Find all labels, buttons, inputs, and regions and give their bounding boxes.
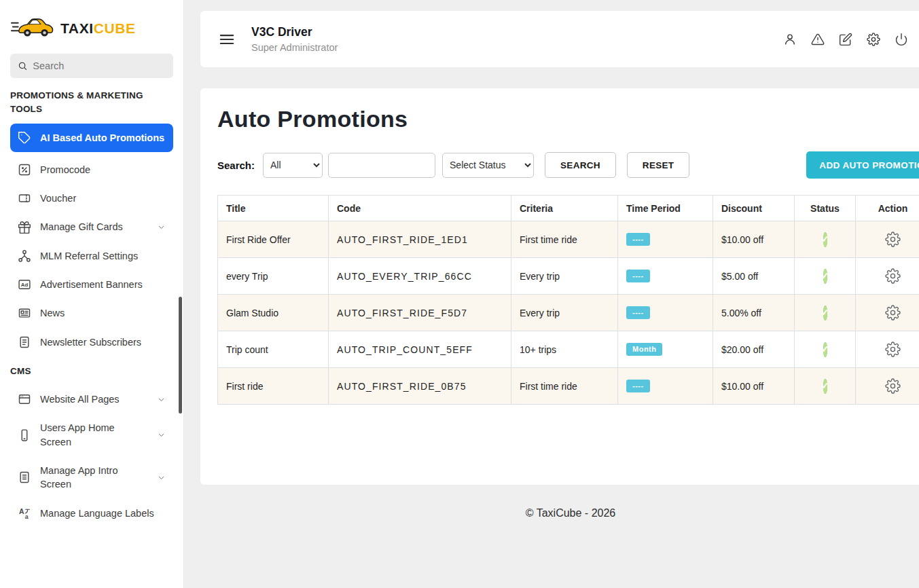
sidebar-item-promocode[interactable]: Promocode — [10, 155, 173, 184]
sidebar-item-label: Website All Pages — [40, 392, 148, 406]
section-title-promotions: PROMOTIONS & MARKETING TOOLS — [10, 89, 173, 117]
account-title: V3C Driver — [251, 25, 338, 39]
brand-logo[interactable]: TAXICUBE — [10, 12, 173, 54]
sidebar-item-voucher[interactable]: Voucher — [10, 184, 173, 213]
promocode-icon — [18, 163, 31, 177]
status-active-icon[interactable] — [823, 379, 827, 394]
smartphone-icon — [18, 428, 31, 442]
sidebar-item-ad-banners[interactable]: Ad Advertisement Banners — [10, 270, 173, 299]
sidebar-search-input[interactable] — [33, 60, 166, 71]
chevron-down-icon — [157, 473, 166, 482]
menu-icon[interactable] — [218, 31, 236, 48]
form-edit-icon[interactable] — [839, 33, 852, 46]
sidebar-item-newsletter[interactable]: Newsletter Subscribers — [10, 328, 173, 356]
sidebar-item-label: News — [40, 306, 166, 320]
cell-time-period: ---- — [618, 368, 713, 405]
time-period-badge: Month — [626, 343, 662, 356]
row-settings-gear-icon[interactable] — [864, 232, 919, 247]
filter-type-select[interactable]: All — [263, 153, 323, 178]
search-icon — [18, 60, 27, 71]
footer-copyright: © TaxiCube - 2026 — [200, 507, 919, 519]
col-header-time-period: Time Period — [618, 196, 713, 221]
search-button[interactable]: SEARCH — [545, 152, 616, 178]
sidebar-item-label: Manage Gift Cards — [40, 220, 148, 234]
promotions-table: Title Code Criteria Time Period Discount… — [217, 195, 919, 405]
row-settings-gear-icon[interactable] — [864, 268, 919, 284]
table-row: every Trip AUTO_EVERY_TRIP_66CC Every tr… — [218, 258, 919, 295]
chevron-down-icon — [157, 223, 166, 232]
sidebar-item-language-labels[interactable]: Aa Manage Language Labels — [10, 499, 173, 528]
sidebar-item-website-pages[interactable]: Website All Pages — [10, 385, 173, 414]
col-header-code: Code — [329, 196, 511, 221]
cell-criteria: Every trip — [511, 295, 618, 331]
alerts-icon[interactable] — [811, 33, 825, 46]
status-active-icon[interactable] — [823, 306, 827, 320]
sidebar-search[interactable] — [10, 54, 173, 78]
taxi-car-icon — [10, 12, 58, 44]
cell-action — [856, 331, 919, 368]
table-row: Trip count AUTO_TRIP_COUNT_5EFF 10+ trip… — [218, 331, 919, 368]
cell-status — [795, 295, 856, 331]
brand-name: TAXICUBE — [60, 20, 136, 37]
voucher-icon — [18, 191, 31, 205]
col-header-discount: Discount — [713, 196, 795, 221]
svg-text:Ad: Ad — [21, 282, 29, 288]
cell-time-period: ---- — [618, 295, 713, 331]
cell-action — [856, 221, 919, 258]
cell-criteria: First time ride — [511, 368, 618, 405]
cell-time-period: ---- — [618, 258, 713, 295]
cell-action — [856, 368, 919, 405]
sidebar-item-ai-auto-promotions[interactable]: AI Based Auto Promotions — [10, 124, 173, 152]
cell-code: AUTO_FIRST_RIDE_1ED1 — [329, 221, 511, 258]
add-auto-promotion-button[interactable]: ADD AUTO PROMOTION — [806, 151, 919, 179]
section-title-cms: CMS — [10, 365, 173, 378]
status-filter-select[interactable]: Select Status — [442, 153, 534, 178]
sidebar-item-gift-cards[interactable]: Manage Gift Cards — [10, 213, 173, 241]
sidebar-item-news[interactable]: News — [10, 299, 173, 327]
cell-criteria: 10+ trips — [511, 331, 618, 368]
cell-status — [795, 221, 856, 258]
browser-icon — [18, 392, 31, 406]
sidebar-item-label: Manage Language Labels — [40, 507, 166, 520]
language-icon: Aa — [18, 507, 31, 520]
filter-value-input[interactable] — [328, 153, 435, 178]
header-actions — [783, 33, 908, 46]
sidebar-item-label: Advertisement Banners — [40, 278, 166, 291]
sidebar-item-label: Users App Home Screen — [40, 421, 148, 449]
sidebar-scrollbar[interactable] — [179, 297, 182, 414]
cell-title: First ride — [218, 368, 329, 405]
sidebar-item-app-intro[interactable]: Manage App Intro Screen — [10, 456, 173, 499]
reset-button[interactable]: RESET — [627, 152, 690, 178]
row-settings-gear-icon[interactable] — [864, 378, 919, 394]
cell-time-period: Month — [618, 331, 713, 368]
cell-title: every Trip — [218, 258, 329, 295]
svg-text:A: A — [19, 508, 24, 515]
network-icon — [18, 249, 31, 263]
sidebar-item-mlm-referral[interactable]: MLM Referral Settings — [10, 242, 173, 270]
profile-icon[interactable] — [783, 33, 797, 46]
row-settings-gear-icon[interactable] — [864, 305, 919, 320]
newsletter-icon — [18, 335, 31, 349]
settings-icon[interactable] — [867, 33, 880, 46]
sidebar-item-label: Newsletter Subscribers — [40, 335, 166, 349]
status-active-icon[interactable] — [823, 232, 827, 247]
filter-bar: Search: All Select Status SEARCH RESET A… — [217, 151, 919, 179]
col-header-title: Title — [218, 196, 329, 221]
cell-time-period: ---- — [618, 221, 713, 258]
power-icon[interactable] — [895, 33, 908, 46]
ad-banner-icon: Ad — [18, 278, 31, 291]
status-active-icon[interactable] — [823, 342, 827, 357]
cell-criteria: Every trip — [511, 258, 618, 295]
cell-code: AUTO_EVERY_TRIP_66CC — [329, 258, 511, 295]
status-active-icon[interactable] — [823, 269, 827, 284]
cell-action — [856, 295, 919, 331]
sidebar-item-users-app-home[interactable]: Users App Home Screen — [10, 414, 173, 456]
col-header-status: Status — [795, 196, 856, 221]
cell-discount: $10.00 off — [713, 221, 795, 258]
sidebar-item-label: Manage App Intro Screen — [40, 464, 148, 492]
row-settings-gear-icon[interactable] — [864, 342, 919, 357]
auto-promotions-card: Auto Promotions Search: All Select Statu… — [200, 88, 919, 485]
sidebar-item-label: Voucher — [40, 191, 166, 205]
page-title: Auto Promotions — [217, 106, 919, 132]
cell-title: Glam Studio — [218, 295, 329, 331]
